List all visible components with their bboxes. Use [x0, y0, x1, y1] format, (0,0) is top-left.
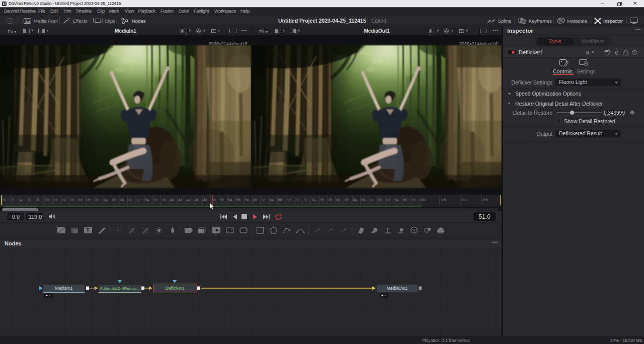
svg-text:96: 96 [403, 198, 407, 202]
svg-text:24: 24 [104, 198, 108, 202]
svg-text:78: 78 [328, 198, 332, 202]
svg-text:66: 66 [278, 198, 282, 202]
svg-text:68: 68 [286, 198, 290, 202]
svg-text:64: 64 [270, 198, 274, 202]
svg-text:88: 88 [370, 198, 374, 202]
svg-text:14: 14 [62, 198, 66, 202]
svg-text:56: 56 [236, 198, 240, 202]
svg-text:100: 100 [420, 198, 426, 202]
svg-text:60: 60 [253, 198, 257, 202]
svg-text:0: 0 [4, 198, 6, 202]
svg-text:58: 58 [245, 198, 249, 202]
svg-text:38: 38 [162, 198, 166, 202]
svg-text:86: 86 [361, 198, 365, 202]
svg-text:28: 28 [120, 198, 124, 202]
svg-text:8: 8 [37, 198, 39, 202]
svg-text:10: 10 [45, 198, 49, 202]
svg-text:20: 20 [87, 198, 91, 202]
svg-text:98: 98 [412, 198, 416, 202]
svg-text:76: 76 [320, 198, 324, 202]
svg-text:12: 12 [53, 198, 57, 202]
svg-text:90: 90 [378, 198, 382, 202]
svg-text:30: 30 [128, 198, 132, 202]
svg-text:84: 84 [353, 198, 357, 202]
svg-text:110: 110 [461, 198, 467, 202]
svg-text:115: 115 [482, 198, 488, 202]
svg-text:40: 40 [170, 198, 174, 202]
svg-text:18: 18 [78, 198, 83, 202]
svg-text:16: 16 [70, 198, 74, 202]
svg-text:44: 44 [187, 198, 191, 202]
svg-text:T: T [386, 227, 390, 233]
svg-text:34: 34 [145, 198, 149, 202]
svg-text:46: 46 [195, 198, 199, 202]
svg-text:92: 92 [386, 198, 390, 202]
svg-text:26: 26 [112, 198, 116, 202]
svg-text:105: 105 [440, 198, 446, 202]
svg-text:42: 42 [178, 198, 182, 202]
svg-text:2: 2 [12, 198, 14, 202]
svg-text:94: 94 [394, 198, 398, 202]
svg-text:52: 52 [220, 198, 224, 202]
svg-text:62: 62 [262, 198, 266, 202]
svg-text:32: 32 [137, 198, 141, 202]
svg-text:4: 4 [20, 198, 22, 202]
svg-text:82: 82 [345, 198, 349, 202]
svg-text:22: 22 [95, 198, 99, 202]
svg-text:80: 80 [337, 198, 341, 202]
svg-text:6: 6 [29, 198, 31, 202]
svg-text:54: 54 [228, 198, 232, 202]
svg-text:72: 72 [303, 198, 307, 202]
svg-text:36: 36 [153, 198, 157, 202]
svg-text:T: T [87, 228, 90, 233]
svg-text:74: 74 [311, 198, 315, 202]
svg-text:48: 48 [203, 198, 207, 202]
svg-text:70: 70 [295, 198, 299, 202]
